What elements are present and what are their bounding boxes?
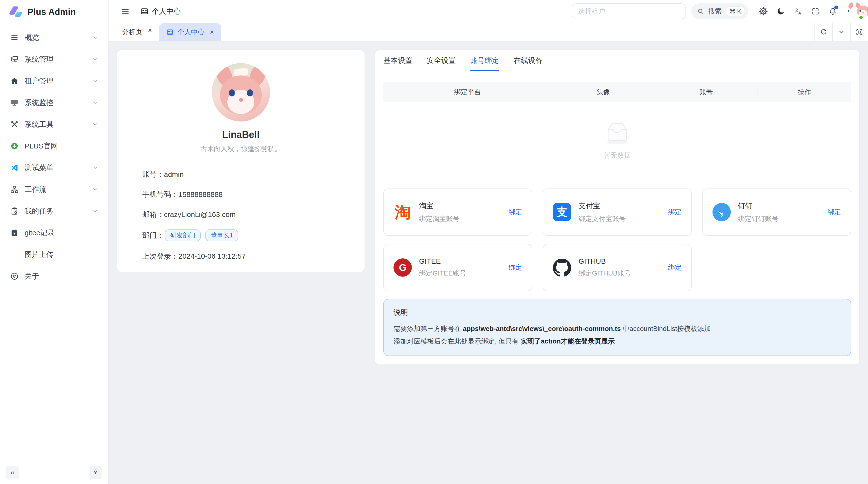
id-card-icon	[166, 28, 174, 36]
field-value: admin	[164, 170, 184, 179]
profile-avatar[interactable]	[212, 63, 270, 122]
column-divider	[552, 86, 552, 98]
app-title: Plus Admin	[28, 7, 76, 17]
binding-info: GITHUB 绑定GITHUB账号	[579, 257, 631, 278]
bind-link[interactable]: 绑定	[828, 207, 841, 217]
tab-profile-center[interactable]: 个人中心 ×	[159, 23, 221, 41]
sidebar-item-system-tools[interactable]: 系统工具	[5, 115, 103, 134]
column-header-platform: 绑定平台	[383, 88, 552, 97]
icon-spacer	[10, 250, 19, 259]
notifications-button[interactable]	[825, 3, 841, 20]
department-tag: 研发部门	[165, 229, 200, 241]
sidebar-item-system-management[interactable]: 系统管理	[5, 50, 103, 69]
profile-fields: 账号： admin 手机号码： 15888888888 邮箱： crazyLio…	[142, 169, 350, 261]
chevron-down-icon	[92, 34, 98, 41]
tabbar-actions	[814, 23, 868, 41]
sidebar-collapse-button[interactable]: «	[6, 466, 19, 479]
binding-table: 绑定平台 头像 账号 操作 暂无	[383, 82, 851, 179]
sidebar-item-image-upload[interactable]: 图片上传	[5, 245, 103, 264]
table-header-row: 绑定平台 头像 账号 操作	[383, 82, 851, 102]
binding-name: GITHUB	[579, 257, 631, 265]
sidebar-item-gitee-record[interactable]: ¥ gitee记录	[5, 223, 103, 243]
sidebar-item-label: 测试菜单	[25, 163, 87, 173]
tab-basic-settings[interactable]: 基本设置	[383, 50, 412, 71]
tenant-select-input[interactable]	[572, 3, 686, 19]
sidebar-item-label: 图片上传	[25, 250, 98, 260]
sidebar-item-system-monitor[interactable]: 系统监控	[5, 93, 103, 112]
gear-icon	[759, 7, 768, 16]
user-avatar[interactable]	[845, 2, 864, 21]
field-value: 2024-10-06 13:12:57	[179, 252, 246, 260]
bind-link[interactable]: 绑定	[668, 207, 682, 217]
field-value: crazyLionLi@163.com	[164, 211, 236, 219]
bind-link[interactable]: 绑定	[508, 207, 522, 217]
online-status-dot	[858, 15, 864, 20]
settings-button[interactable]	[755, 3, 772, 20]
maximize-content-button[interactable]	[850, 23, 868, 41]
language-switch-button[interactable]: 文A	[790, 3, 806, 20]
global-search-button[interactable]: 搜索 ⌘ K	[691, 3, 748, 19]
copyright-icon	[10, 271, 19, 281]
binding-name: 淘宝	[419, 201, 460, 211]
binding-grid: 淘 淘宝 绑定淘宝账号 绑定 支 支付宝 绑定支付宝账号 绑定	[383, 189, 851, 291]
sidebar-item-label: 租户管理	[25, 76, 87, 86]
field-label: 账号：	[142, 169, 164, 179]
field-label: 手机号码：	[142, 189, 179, 199]
app-root: Plus Admin 概览 系统管理 租户管理	[0, 0, 868, 484]
empty-text: 暂无数据	[604, 151, 631, 160]
binding-name: GITEE	[419, 257, 466, 265]
binding-card-taobao: 淘 淘宝 绑定淘宝账号 绑定	[383, 189, 532, 236]
department-tags: 研发部门 董事长1	[165, 229, 238, 241]
binding-card-gitee: G GITEE 绑定GITEE账号 绑定	[383, 244, 532, 291]
sidebar-item-my-tasks[interactable]: 我的任务	[5, 201, 103, 221]
field-label: 部门：	[142, 230, 164, 240]
sidebar-menu: 概览 系统管理 租户管理 系统监控	[0, 24, 108, 286]
workflow-icon	[10, 185, 19, 194]
pin-icon	[92, 469, 99, 476]
menu-lines-icon	[10, 33, 19, 42]
sidebar-item-workflow[interactable]: 工作流	[5, 180, 103, 199]
plus-circle-icon	[10, 141, 19, 151]
tab-account-binding[interactable]: 账号绑定	[470, 50, 499, 71]
topbar-actions: 搜索 ⌘ K 文A	[572, 2, 864, 21]
hamburger-menu-button[interactable]	[117, 3, 133, 20]
sidebar-item-label: 系统工具	[25, 120, 87, 129]
field-label: 上次登录：	[142, 251, 179, 261]
tasks-icon	[10, 206, 19, 216]
tab-menu-button[interactable]	[832, 23, 850, 41]
tab-security-settings[interactable]: 安全设置	[427, 50, 456, 71]
system-monitor-icon	[10, 55, 19, 64]
logo-icon	[9, 5, 23, 19]
app-logo[interactable]: Plus Admin	[0, 0, 108, 24]
breadcrumb: 个人中心	[140, 6, 181, 17]
notice-path: apps\web-antd\src\views\_core\oauth-comm…	[463, 325, 621, 332]
close-icon[interactable]: ×	[210, 28, 214, 36]
sidebar-item-overview[interactable]: 概览	[5, 28, 103, 47]
notice-box: 说明 需要添加第三方账号在 apps\web-antd\src\views\_c…	[383, 299, 851, 356]
sidebar-item-label: PLUS官网	[25, 141, 98, 151]
field-last-login: 上次登录： 2024-10-06 13:12:57	[142, 251, 350, 261]
tab-analysis[interactable]: 分析页	[116, 23, 159, 41]
id-card-icon	[140, 7, 149, 15]
sidebar-item-tenant-management[interactable]: 租户管理	[5, 71, 103, 91]
field-phone: 手机号码： 15888888888	[142, 189, 350, 199]
bind-link[interactable]: 绑定	[508, 263, 522, 272]
home-icon	[10, 76, 19, 86]
profile-motto: 古木向人秋，惊蓬掠鬓稠。	[117, 144, 365, 154]
bind-link[interactable]: 绑定	[668, 263, 682, 272]
sidebar-pin-button[interactable]	[89, 466, 102, 479]
tab-online-devices[interactable]: 在线设备	[514, 50, 542, 71]
fullscreen-button[interactable]	[807, 3, 824, 20]
chevron-down-icon	[92, 208, 98, 214]
binding-info: 淘宝 绑定淘宝账号	[419, 201, 460, 223]
sidebar-item-about[interactable]: 关于	[5, 266, 103, 286]
sidebar-item-label: gitee记录	[25, 228, 98, 238]
chevron-down-icon	[92, 186, 98, 193]
tools-icon	[10, 120, 19, 129]
binding-card-alipay: 支 支付宝 绑定支付宝账号 绑定	[543, 189, 691, 236]
dark-mode-toggle[interactable]	[773, 3, 789, 20]
refresh-button[interactable]	[814, 23, 832, 41]
sidebar-item-test-menu[interactable]: 测试菜单	[5, 158, 103, 178]
binding-info: 钉钉 绑定钉钉账号	[738, 201, 779, 223]
sidebar-item-plus-website[interactable]: PLUS官网	[5, 136, 103, 156]
